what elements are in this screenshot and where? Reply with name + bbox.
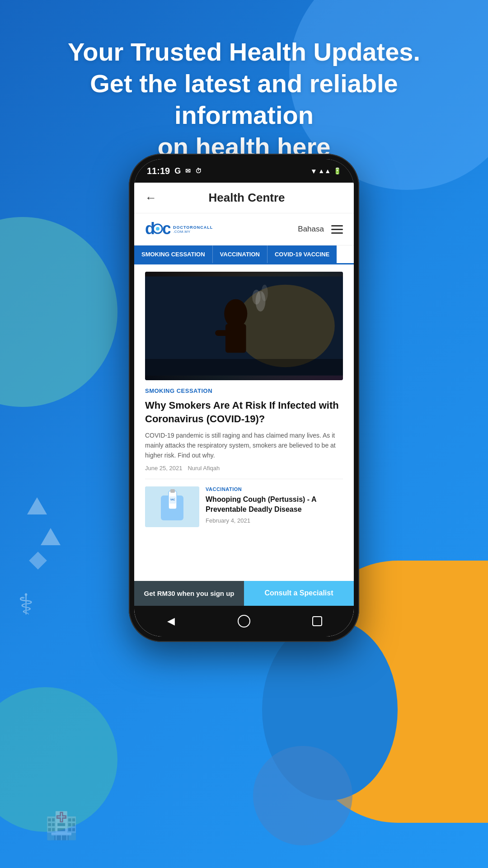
secondary-category-label: VACCINATION xyxy=(206,486,343,492)
nav-home-button[interactable] xyxy=(235,612,253,630)
brand-domain: .COM.MY xyxy=(173,230,213,234)
brand-name: DOCTORONCALL .COM.MY xyxy=(173,225,213,234)
back-nav-icon: ◀ xyxy=(167,615,175,627)
article-date: June 25, 2021 xyxy=(145,465,182,472)
decorative-icons xyxy=(27,497,61,567)
svg-rect-16 xyxy=(170,489,175,493)
svg-rect-8 xyxy=(215,330,232,336)
medical-icon: 🏥 xyxy=(45,810,78,841)
tab-smoking-cessation[interactable]: SMOKING CESSATION xyxy=(134,245,213,263)
language-selector[interactable]: Bahasa xyxy=(298,225,324,234)
stethoscope-icon: ⚕ xyxy=(18,588,34,621)
svg-rect-12 xyxy=(145,359,343,376)
secondary-article-title: Whooping Cough (Pertussis) - A Preventab… xyxy=(206,495,343,514)
status-right: ▾ ▲▲ 🔋 xyxy=(312,167,341,175)
phone-notch xyxy=(212,159,276,169)
page-title: Health Centre xyxy=(164,191,329,205)
wifi-icon: ▾ xyxy=(312,167,315,175)
svg-rect-7 xyxy=(225,324,246,353)
bottom-cta-bar: Get RM30 when you sign up Consult a Spec… xyxy=(134,581,354,606)
article-image-svg xyxy=(145,272,343,380)
svg-point-2 xyxy=(156,227,160,231)
consult-cta-button[interactable]: Consult a Specialist xyxy=(244,581,354,606)
article-author: Nurul Afiqah xyxy=(188,465,220,472)
nav-recents-button[interactable] xyxy=(308,612,326,630)
app-header: ← Health Centre xyxy=(134,183,354,213)
category-tabs: SMOKING CESSATION VACCINATION COVID-19 V… xyxy=(134,245,354,264)
secondary-article-image: VAC xyxy=(145,486,199,527)
svg-point-5 xyxy=(236,285,335,368)
hamburger-menu[interactable] xyxy=(331,225,343,234)
phone-mockup: 11:19 G ✉ ⏱ ▾ ▲▲ 🔋 ← Health Centre xyxy=(129,154,359,642)
svg-point-6 xyxy=(224,299,247,328)
status-time: 11:19 xyxy=(147,166,170,176)
article-meta: June 25, 2021 Nurul Afiqah xyxy=(145,465,343,472)
signup-cta-button[interactable]: Get RM30 when you sign up xyxy=(134,581,244,606)
google-icon: G xyxy=(174,166,181,176)
brand-fullname: DOCTORONCALL xyxy=(173,225,213,230)
doc-logo: d c xyxy=(145,220,170,239)
svg-text:c: c xyxy=(162,220,170,238)
main-article-image xyxy=(145,272,343,380)
status-left: 11:19 G ✉ ⏱ xyxy=(147,166,202,176)
svg-point-11 xyxy=(252,290,260,305)
hero-line2: Get the latest and reliable information xyxy=(90,69,398,129)
tab-vaccination[interactable]: VACCINATION xyxy=(213,245,267,263)
article-excerpt: COVID-19 pandemic is still raging and ha… xyxy=(145,431,343,460)
back-button[interactable]: ← xyxy=(145,191,157,205)
recents-nav-icon xyxy=(312,616,322,626)
svg-point-10 xyxy=(261,285,268,302)
article-title[interactable]: Why Smokers Are At Risk If Infected with… xyxy=(145,399,343,425)
bottom-navigation: ◀ xyxy=(134,606,354,637)
clock-icon: ⏱ xyxy=(195,167,202,175)
battery-icon: 🔋 xyxy=(333,167,341,175)
main-article-content: SMOKING CESSATION Why Smokers Are At Ris… xyxy=(134,380,354,479)
home-nav-icon xyxy=(238,615,250,627)
hero-section: Your Trusted Health Updates. Get the lat… xyxy=(0,36,488,163)
signal-icon: ▲▲ xyxy=(318,167,331,175)
brand-bar: d c DOCTORONCALL .COM.MY xyxy=(134,213,354,245)
svg-text:VAC: VAC xyxy=(170,498,175,501)
brand-navigation: Bahasa xyxy=(298,225,343,234)
hero-line1: Your Trusted Health Updates. xyxy=(68,38,420,66)
article-category-label: SMOKING CESSATION xyxy=(145,387,343,394)
nav-back-button[interactable]: ◀ xyxy=(162,612,180,630)
gmail-icon: ✉ xyxy=(185,167,191,175)
secondary-article-info: VACCINATION Whooping Cough (Pertussis) -… xyxy=(206,486,343,527)
secondary-article[interactable]: VAC VACCINATION Whooping Cough (Pertussi… xyxy=(134,479,354,534)
vaccine-image-svg: VAC xyxy=(145,486,199,527)
tab-covid-vaccine[interactable]: COVID-19 VACCINE xyxy=(267,245,337,263)
brand-logo: d c DOCTORONCALL .COM.MY xyxy=(145,220,213,239)
app-content: ← Health Centre d xyxy=(134,183,354,637)
secondary-article-date: February 4, 2021 xyxy=(206,517,343,524)
